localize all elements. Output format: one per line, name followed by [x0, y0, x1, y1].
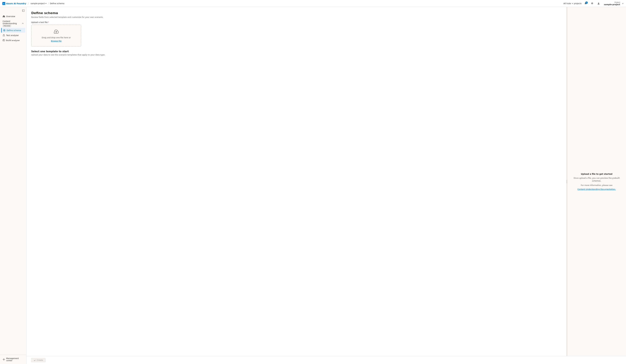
page-title: Define schema [31, 11, 562, 15]
sidebar-item-build-analyzer[interactable]: Build analyzer [1, 38, 25, 43]
profile-button[interactable] [596, 1, 601, 6]
project-switcher[interactable]: Project sample-project [603, 1, 624, 6]
cloud-upload-icon [53, 29, 59, 34]
app-body: Overview Content Understanding PREVIEW [0, 7, 626, 364]
build-analyzer-icon [3, 39, 5, 41]
panel-left-icon [22, 9, 25, 12]
azure-logo-icon [2, 2, 5, 5]
settings-button[interactable] [590, 1, 594, 6]
sidebar-item-management-center[interactable]: Management center [1, 356, 25, 363]
upload-dropzone[interactable]: Drag and drop one file here or Browse fi… [31, 25, 81, 46]
svg-rect-4 [3, 40, 5, 41]
page-subtitle: Review fields from selected template and… [31, 16, 562, 18]
sidebar: Overview Content Understanding PREVIEW [0, 7, 27, 364]
sidebar-toggle-area [0, 8, 26, 14]
upload-section-label: Upload a test file* [31, 21, 562, 23]
content-understanding-docs-link[interactable]: Content Understanding Documentation. [577, 188, 616, 190]
breadcrumb: sample-project / Define schema [31, 2, 64, 5]
sidebar-item-overview-label: Overview [6, 15, 15, 18]
required-indicator: * [48, 21, 49, 23]
sidebar-item-define-schema[interactable]: Define schema [1, 28, 25, 33]
sidebar-item-define-schema-label: Define schema [7, 29, 21, 32]
main-content: Define schema Review fields from selecte… [27, 7, 626, 364]
template-section-subtitle: Upload your data to see the scenario tem… [31, 54, 562, 56]
sidebar-item-overview[interactable]: Overview [1, 14, 25, 19]
svg-point-5 [3, 359, 4, 360]
breadcrumb-sep-1: / [28, 2, 29, 5]
sidebar-item-build-analyzer-label: Build analyzer [6, 39, 20, 41]
upload-drag-text: Drag and drop one file here or [42, 36, 71, 39]
sidebar-section-label: Content Understanding PREVIEW [3, 20, 22, 27]
project-name-display: sample-project [604, 3, 620, 6]
sidebar-bottom: Management center [0, 355, 26, 364]
sidebar-item-test-analyzer-label: Test analyzer [6, 34, 19, 36]
chevron-up-icon [22, 23, 24, 24]
notification-badge: 1 [585, 1, 588, 4]
section-chevron[interactable] [22, 23, 24, 25]
sidebar-item-management-label: Management center [6, 357, 24, 362]
settings-icon [591, 2, 593, 5]
management-center-icon [3, 358, 5, 361]
sidebar-section-header: Content Understanding PREVIEW [1, 19, 25, 28]
sidebar-toggle-button[interactable] [22, 9, 25, 13]
sidebar-nav: Overview Content Understanding PREVIEW [0, 14, 26, 355]
left-panel: Define schema Review fields from selecte… [27, 7, 567, 356]
notification-button[interactable]: 1 [583, 1, 588, 6]
right-panel-title: Upload a file to get started [581, 173, 612, 175]
project-chevron-icon [622, 3, 624, 4]
define-schema-icon [3, 29, 5, 32]
browse-file-link[interactable]: Browse file [51, 40, 61, 42]
page-area: Define schema Review fields from selecte… [27, 7, 626, 356]
user-icon [597, 2, 600, 5]
project-label: Project [615, 1, 620, 3]
home-icon [3, 15, 5, 18]
brand-name: Azure AI Foundry [6, 2, 26, 5]
breadcrumb-sep-2: / [48, 2, 49, 5]
right-panel-text-line1: Once upload a file, you can preview the … [571, 177, 623, 182]
upload-cloud-icon [53, 29, 59, 35]
right-panel-text-line2: For more information, please see [581, 184, 612, 187]
svg-rect-1 [22, 10, 24, 12]
preview-badge: PREVIEW [3, 25, 11, 27]
sidebar-item-test-analyzer[interactable]: Test analyzer [1, 33, 25, 38]
sidebar-section-main-label: Content Understanding [3, 20, 22, 25]
template-section-title: Select one template to start [31, 50, 562, 53]
topnav-right-actions: All hubs + projects 1 Project sample-pro… [563, 1, 624, 6]
right-panel: Upload a file to get started Once upload… [567, 7, 626, 356]
top-navigation: Azure AI Foundry / sample-project / Defi… [0, 0, 626, 7]
all-hubs-link[interactable]: All hubs + projects [563, 2, 582, 4]
create-button-label: Create [37, 359, 43, 361]
create-button[interactable]: Create [31, 358, 45, 362]
breadcrumb-project[interactable]: sample-project [31, 2, 47, 4]
checkmark-icon [34, 359, 36, 361]
test-analyzer-icon [3, 34, 5, 36]
breadcrumb-current: Define schema [50, 2, 64, 4]
bottom-bar: Create [27, 356, 626, 364]
chevron-down-icon [45, 3, 47, 4]
brand-logo[interactable]: Azure AI Foundry [2, 2, 26, 5]
